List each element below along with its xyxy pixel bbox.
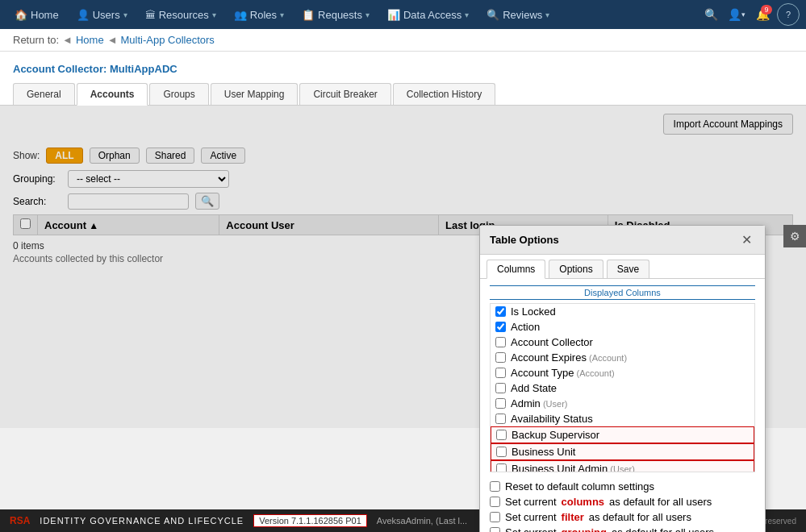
column-checkbox-7[interactable] (495, 414, 506, 424)
column-item-1[interactable]: Action (491, 319, 754, 335)
top-navigation: 🏠 Home 👤 Users ▾ 🏛 Resources ▾ 👥 Roles ▾… (0, 0, 806, 29)
dialog-title-bar: Table Options ✕ (480, 226, 765, 255)
column-checkbox-8[interactable] (496, 430, 507, 440)
nav-reviews[interactable]: 🔍 Reviews ▾ (478, 4, 558, 26)
column-item-7[interactable]: Availability Status (491, 411, 754, 426)
option-item-0[interactable]: Reset to default column settings (490, 479, 755, 494)
option-item-1[interactable]: Set current columns as default for all u… (490, 494, 755, 509)
roles-arrow: ▾ (280, 10, 284, 19)
option-checkbox-3[interactable] (490, 527, 500, 532)
nav-requests[interactable]: 📋 Requests ▾ (294, 4, 378, 26)
tab-collection-history[interactable]: Collection History (393, 83, 495, 105)
nav-search-button[interactable]: 🔍 (700, 3, 722, 26)
options-list: Reset to default column settingsSet curr… (490, 479, 755, 532)
breadcrumb-parent[interactable]: Multi-App Collectors (121, 34, 215, 46)
column-checkbox-1[interactable] (495, 322, 506, 332)
table-options-dialog: Table Options ✕ Columns Options Save Dis… (479, 225, 766, 532)
data-access-arrow: ▾ (465, 10, 469, 19)
users-icon: 👤 (77, 9, 90, 21)
users-arrow: ▾ (123, 10, 127, 19)
column-item-0[interactable]: Is Locked (491, 304, 754, 319)
tab-general[interactable]: General (13, 83, 75, 105)
column-checkbox-2[interactable] (495, 337, 506, 347)
requests-arrow: ▾ (365, 10, 370, 19)
reviews-arrow: ▾ (545, 10, 549, 19)
column-item-2[interactable]: Account Collector (491, 335, 754, 350)
nav-notifications-button[interactable]: 🔔 9 (751, 3, 774, 26)
data-access-icon: 📊 (387, 9, 400, 21)
tab-accounts[interactable]: Accounts (77, 83, 148, 106)
tabs-bar: General Accounts Groups User Mapping Cir… (0, 77, 806, 106)
nav-data-access[interactable]: 📊 Data Access ▾ (379, 4, 477, 26)
resources-icon: 🏛 (145, 9, 156, 21)
home-icon: 🏠 (15, 9, 27, 21)
option-item-3[interactable]: Set current grouping as default for all … (490, 525, 755, 532)
requests-icon: 📋 (302, 9, 315, 21)
nav-help-button[interactable]: ? (777, 3, 800, 26)
column-item-10[interactable]: Business Unit Admin (User) (491, 460, 754, 472)
displayed-columns-label: Displayed Columns (490, 285, 755, 300)
column-item-9[interactable]: Business Unit (491, 443, 754, 460)
tab-groups[interactable]: Groups (149, 83, 208, 105)
column-item-5[interactable]: Add State (491, 380, 754, 396)
resources-arrow: ▾ (212, 10, 216, 19)
nav-resources[interactable]: 🏛 Resources ▾ (137, 4, 224, 26)
main-content: Import Account Mappings Show: ALL Orphan… (0, 106, 806, 428)
column-checkbox-10[interactable] (496, 463, 507, 472)
column-checkbox-4[interactable] (495, 368, 506, 378)
dialog-tab-options[interactable]: Options (549, 260, 603, 278)
breadcrumb-sep1: ◄ (62, 34, 73, 46)
nav-home[interactable]: 🏠 Home (6, 4, 67, 26)
dialog-tab-save[interactable]: Save (607, 260, 649, 278)
breadcrumb-home[interactable]: Home (76, 34, 104, 46)
column-item-3[interactable]: Account Expires (Account) (491, 350, 754, 365)
product-name: IDENTITY GOVERNANCE AND LIFECYCLE (40, 516, 244, 526)
option-checkbox-1[interactable] (490, 497, 500, 507)
breadcrumb-sep2: ◄ (107, 34, 118, 46)
column-item-4[interactable]: Account Type (Account) (491, 365, 754, 380)
nav-icon-group: 🔍 👤▾ 🔔 9 ? (700, 3, 800, 26)
option-checkbox-0[interactable] (490, 481, 500, 492)
column-item-8[interactable]: Backup Supervisor (491, 426, 754, 443)
nav-users[interactable]: 👤 Users ▾ (69, 4, 136, 26)
option-checkbox-2[interactable] (490, 512, 500, 522)
dialog-close-button[interactable]: ✕ (738, 232, 755, 247)
reviews-icon: 🔍 (487, 9, 499, 21)
dialog-tab-columns[interactable]: Columns (487, 260, 545, 279)
nav-user-button[interactable]: 👤▾ (725, 3, 748, 26)
column-checkbox-0[interactable] (495, 306, 506, 317)
column-checkbox-6[interactable] (495, 398, 506, 409)
nav-roles[interactable]: 👥 Roles ▾ (226, 4, 292, 26)
breadcrumb: Return to: ◄ Home ◄ Multi-App Collectors (0, 29, 806, 52)
roles-icon: 👥 (234, 9, 247, 21)
column-checkbox-3[interactable] (495, 352, 506, 363)
version-badge: Version 7.1.1.162856 P01 (253, 514, 367, 527)
dialog-tabs: Columns Options Save (480, 255, 765, 279)
tab-circuit-breaker[interactable]: Circuit Breaker (299, 83, 390, 105)
tab-user-mapping[interactable]: User Mapping (211, 83, 299, 105)
current-user: AveksaAdmin, (Last l... (377, 516, 467, 526)
dialog-body: Displayed Columns Is LockedActionAccount… (480, 279, 765, 532)
column-item-6[interactable]: Admin (User) (491, 396, 754, 411)
option-item-2[interactable]: Set current filter as default for all us… (490, 509, 755, 525)
column-checkbox-9[interactable] (496, 447, 507, 457)
page-title: Account Collector: MultiAppADC (0, 52, 806, 77)
columns-list: Is LockedActionAccount CollectorAccount … (490, 303, 755, 472)
column-checkbox-5[interactable] (495, 383, 506, 393)
rsa-logo: RSA (10, 515, 30, 526)
